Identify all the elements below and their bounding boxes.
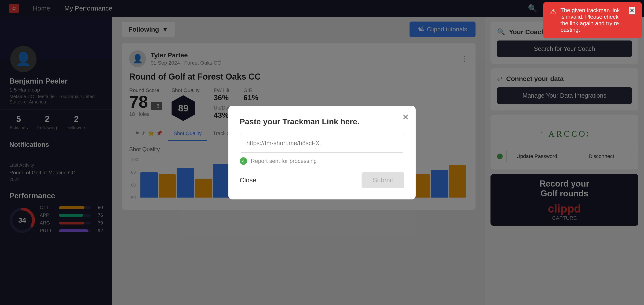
success-check-icon: ✓: [240, 157, 247, 165]
modal-close-x-button[interactable]: ✕: [402, 112, 409, 122]
success-text: Report sent for processing: [251, 158, 316, 164]
trackman-link-input[interactable]: [240, 134, 404, 152]
modal-actions: Close Submit: [240, 172, 404, 188]
modal-overlay[interactable]: Paste your Trackman Link here. ✕ ✓ Repor…: [0, 0, 644, 305]
modal-title: Paste your Trackman Link here.: [240, 117, 404, 126]
error-icon: ⚠: [550, 7, 557, 16]
error-message: The given trackman link is invalid. Plea…: [560, 7, 625, 33]
modal-success-message: ✓ Report sent for processing: [240, 157, 404, 165]
modal-submit-button[interactable]: Submit: [362, 172, 404, 188]
modal-close-button[interactable]: Close: [240, 176, 256, 184]
toast-close-button[interactable]: ✕: [629, 7, 635, 14]
error-toast: ⚠ The given trackman link is invalid. Pl…: [544, 2, 642, 38]
trackman-modal: Paste your Trackman Link here. ✕ ✓ Repor…: [228, 106, 416, 200]
